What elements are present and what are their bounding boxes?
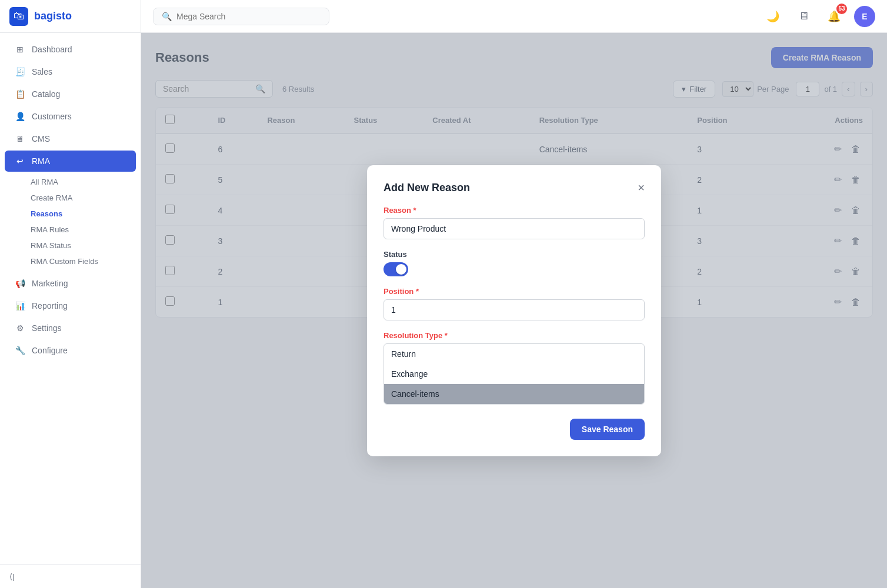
modal-overlay: Add New Reason × Reason * Status <box>141 33 887 588</box>
marketing-icon: 📢 <box>14 279 26 288</box>
customers-icon: 👤 <box>14 112 26 121</box>
logo-icon: 🛍 <box>9 7 28 26</box>
reason-form-group: Reason * <box>384 206 645 239</box>
dashboard-icon: ⊞ <box>14 45 26 54</box>
logo-text: bagisto <box>34 10 72 22</box>
user-avatar[interactable]: E <box>854 6 875 27</box>
settings-icon: ⚙ <box>14 323 26 333</box>
sales-icon: 🧾 <box>14 67 26 76</box>
sidebar-item-sales[interactable]: 🧾 Sales <box>5 61 136 82</box>
sidebar: 🛍 bagisto ⊞ Dashboard 🧾 Sales 📋 Catalog … <box>0 0 141 588</box>
resolution-option-cancel-items[interactable]: Cancel-items <box>384 384 644 404</box>
modal-header: Add New Reason × <box>384 182 645 194</box>
sidebar-item-label: CMS <box>32 134 50 143</box>
resolution-required: * <box>445 331 448 340</box>
modal-title: Add New Reason <box>384 182 470 194</box>
position-form-group: Position * <box>384 287 645 320</box>
sidebar-nav: ⊞ Dashboard 🧾 Sales 📋 Catalog 👤 Customer… <box>0 33 141 564</box>
sidebar-item-reporting[interactable]: 📊 Reporting <box>5 295 136 316</box>
resolution-type-label: Resolution Type * <box>384 331 645 340</box>
sidebar-item-rma-custom-fields[interactable]: RMA Custom Fields <box>26 253 141 269</box>
status-toggle-wrapper <box>384 262 645 276</box>
cms-icon: 🖥 <box>14 134 26 143</box>
status-form-group: Status <box>384 250 645 276</box>
save-reason-button[interactable]: Save Reason <box>570 419 645 440</box>
sidebar-item-label: RMA <box>32 156 50 166</box>
reason-label: Reason * <box>384 206 645 215</box>
sidebar-item-label: Reporting <box>32 301 68 310</box>
position-label: Position * <box>384 287 645 296</box>
status-toggle[interactable] <box>384 262 408 276</box>
sidebar-item-configure[interactable]: 🔧 Configure <box>5 340 136 361</box>
resolution-option-return[interactable]: Return <box>384 344 644 364</box>
page-content: Reasons Create RMA Reason 🔍 6 Results ▾ … <box>141 33 887 588</box>
configure-icon: 🔧 <box>14 346 26 355</box>
sidebar-item-reasons[interactable]: Reasons <box>26 206 141 222</box>
sidebar-item-label: Configure <box>32 346 68 355</box>
catalog-icon: 📋 <box>14 89 26 99</box>
search-input[interactable] <box>176 12 321 21</box>
topbar-search-box[interactable]: 🔍 <box>153 8 329 25</box>
sidebar-item-customers[interactable]: 👤 Customers <box>5 106 136 127</box>
modal-close-button[interactable]: × <box>638 182 645 193</box>
sidebar-item-settings[interactable]: ⚙ Settings <box>5 318 136 339</box>
notification-count: 53 <box>836 4 847 14</box>
reporting-icon: 📊 <box>14 301 26 310</box>
collapse-icon: ⟨| <box>9 572 14 581</box>
sidebar-item-create-rma[interactable]: Create RMA <box>26 190 141 206</box>
sidebar-item-catalog[interactable]: 📋 Catalog <box>5 83 136 105</box>
reason-required: * <box>414 206 416 215</box>
sidebar-item-label: Marketing <box>32 279 68 288</box>
notifications-button[interactable]: 🔔 53 <box>823 6 845 27</box>
reason-input[interactable] <box>384 218 645 239</box>
resolution-type-select[interactable]: ReturnExchangeCancel-items <box>384 343 645 405</box>
moon-icon[interactable]: 🌙 <box>762 6 783 27</box>
sidebar-collapse: ⟨| <box>0 564 141 588</box>
logo: 🛍 bagisto <box>0 0 141 33</box>
sidebar-item-dashboard[interactable]: ⊞ Dashboard <box>5 39 136 60</box>
topbar-right: 🌙 🖥 🔔 53 E <box>762 6 875 27</box>
status-label: Status <box>384 250 645 259</box>
collapse-button[interactable]: ⟨| <box>9 572 131 581</box>
sidebar-item-label: Sales <box>32 67 52 76</box>
toggle-knob <box>396 264 406 275</box>
position-input[interactable] <box>384 299 645 320</box>
sidebar-item-all-rma[interactable]: All RMA <box>26 174 141 190</box>
modal-footer: Save Reason <box>384 419 645 440</box>
sidebar-item-label: Catalog <box>32 89 60 99</box>
sidebar-item-label: Customers <box>32 112 72 121</box>
resolution-option-exchange[interactable]: Exchange <box>384 364 644 384</box>
topbar: 🔍 🌙 🖥 🔔 53 E <box>141 0 887 33</box>
sidebar-item-rma-rules[interactable]: RMA Rules <box>26 222 141 238</box>
sidebar-item-rma[interactable]: ↩ RMA <box>5 151 136 172</box>
main-area: 🔍 🌙 🖥 🔔 53 E Reasons Create RMA Reason <box>141 0 887 588</box>
resolution-type-form-group: Resolution Type * ReturnExchangeCancel-i… <box>384 331 645 405</box>
rma-icon: ↩ <box>14 156 26 166</box>
position-required: * <box>416 287 419 296</box>
sidebar-item-label: Dashboard <box>32 45 72 54</box>
add-reason-modal: Add New Reason × Reason * Status <box>367 165 661 456</box>
sidebar-item-label: Settings <box>32 323 62 333</box>
display-icon[interactable]: 🖥 <box>793 6 814 27</box>
sidebar-item-cms[interactable]: 🖥 CMS <box>5 128 136 149</box>
sidebar-item-rma-status[interactable]: RMA Status <box>26 238 141 253</box>
sidebar-item-marketing[interactable]: 📢 Marketing <box>5 273 136 294</box>
search-icon: 🔍 <box>162 12 172 21</box>
rma-submenu: All RMA Create RMA Reasons RMA Rules RMA… <box>0 173 141 272</box>
